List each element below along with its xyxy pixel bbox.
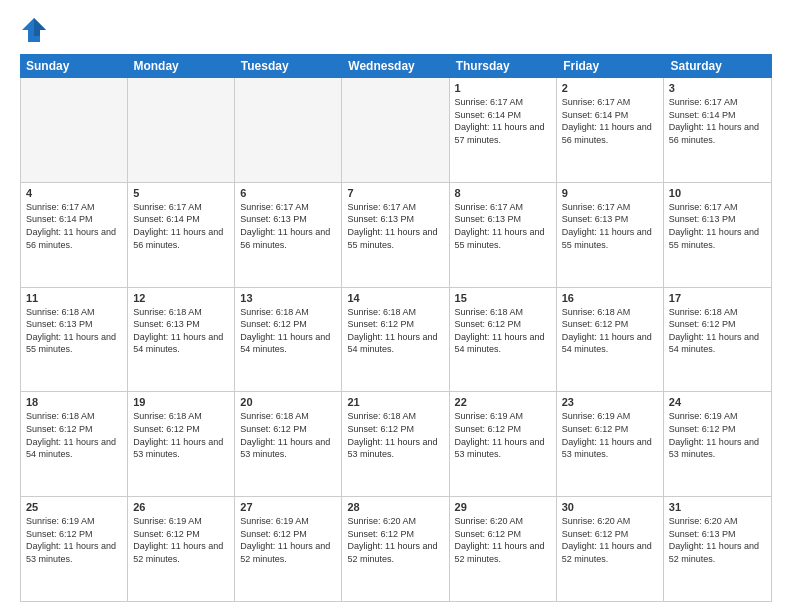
- cell-text: Daylight: 11 hours and 52 minutes.: [347, 540, 443, 565]
- cell-text: Sunrise: 6:17 AM: [347, 201, 443, 214]
- cell-text: Sunset: 6:13 PM: [347, 213, 443, 226]
- cell-text: Daylight: 11 hours and 57 minutes.: [455, 121, 551, 146]
- calendar-cell: 17Sunrise: 6:18 AMSunset: 6:12 PMDayligh…: [664, 288, 771, 392]
- cell-text: Sunset: 6:13 PM: [669, 528, 766, 541]
- calendar-cell: 13Sunrise: 6:18 AMSunset: 6:12 PMDayligh…: [235, 288, 342, 392]
- calendar-cell: 7Sunrise: 6:17 AMSunset: 6:13 PMDaylight…: [342, 183, 449, 287]
- calendar-row: 11Sunrise: 6:18 AMSunset: 6:13 PMDayligh…: [21, 288, 771, 393]
- day-number: 26: [133, 501, 229, 513]
- calendar-cell: 2Sunrise: 6:17 AMSunset: 6:14 PMDaylight…: [557, 78, 664, 182]
- day-number: 3: [669, 82, 766, 94]
- cell-text: Sunset: 6:12 PM: [455, 318, 551, 331]
- cell-text: Sunrise: 6:18 AM: [240, 306, 336, 319]
- cell-text: Sunrise: 6:18 AM: [562, 306, 658, 319]
- cell-text: Sunset: 6:14 PM: [26, 213, 122, 226]
- cell-text: Sunset: 6:13 PM: [133, 318, 229, 331]
- day-number: 21: [347, 396, 443, 408]
- cell-text: Daylight: 11 hours and 53 minutes.: [347, 436, 443, 461]
- cell-text: Sunrise: 6:20 AM: [562, 515, 658, 528]
- cell-text: Sunrise: 6:17 AM: [562, 201, 658, 214]
- day-number: 31: [669, 501, 766, 513]
- cell-text: Sunset: 6:14 PM: [669, 109, 766, 122]
- cell-text: Daylight: 11 hours and 53 minutes.: [26, 540, 122, 565]
- cell-text: Sunrise: 6:18 AM: [347, 410, 443, 423]
- calendar-cell: 19Sunrise: 6:18 AMSunset: 6:12 PMDayligh…: [128, 392, 235, 496]
- cell-text: Daylight: 11 hours and 56 minutes.: [240, 226, 336, 251]
- cell-text: Sunset: 6:12 PM: [240, 423, 336, 436]
- cell-text: Sunset: 6:12 PM: [133, 528, 229, 541]
- cell-text: Sunrise: 6:19 AM: [133, 515, 229, 528]
- cell-text: Sunrise: 6:18 AM: [455, 306, 551, 319]
- calendar-cell: 18Sunrise: 6:18 AMSunset: 6:12 PMDayligh…: [21, 392, 128, 496]
- cell-text: Sunrise: 6:19 AM: [240, 515, 336, 528]
- cell-text: Daylight: 11 hours and 52 minutes.: [133, 540, 229, 565]
- cell-text: Daylight: 11 hours and 53 minutes.: [455, 436, 551, 461]
- svg-marker-1: [34, 18, 46, 36]
- calendar: SundayMondayTuesdayWednesdayThursdayFrid…: [20, 54, 772, 602]
- calendar-cell: 27Sunrise: 6:19 AMSunset: 6:12 PMDayligh…: [235, 497, 342, 601]
- calendar-cell: 21Sunrise: 6:18 AMSunset: 6:12 PMDayligh…: [342, 392, 449, 496]
- day-number: 15: [455, 292, 551, 304]
- cell-text: Sunset: 6:12 PM: [669, 318, 766, 331]
- cell-text: Sunset: 6:13 PM: [240, 213, 336, 226]
- cell-text: Sunrise: 6:18 AM: [26, 410, 122, 423]
- cell-text: Sunrise: 6:18 AM: [133, 306, 229, 319]
- cell-text: Daylight: 11 hours and 53 minutes.: [562, 436, 658, 461]
- day-number: 30: [562, 501, 658, 513]
- cell-text: Sunrise: 6:18 AM: [133, 410, 229, 423]
- cell-text: Daylight: 11 hours and 53 minutes.: [133, 436, 229, 461]
- cell-text: Daylight: 11 hours and 52 minutes.: [669, 540, 766, 565]
- header-day-sunday: Sunday: [20, 54, 127, 78]
- cell-text: Daylight: 11 hours and 56 minutes.: [562, 121, 658, 146]
- cell-text: Daylight: 11 hours and 54 minutes.: [562, 331, 658, 356]
- day-number: 17: [669, 292, 766, 304]
- calendar-cell: [342, 78, 449, 182]
- calendar-row: 18Sunrise: 6:18 AMSunset: 6:12 PMDayligh…: [21, 392, 771, 497]
- logo: [20, 16, 52, 44]
- calendar-cell: [235, 78, 342, 182]
- cell-text: Daylight: 11 hours and 54 minutes.: [455, 331, 551, 356]
- cell-text: Sunrise: 6:20 AM: [455, 515, 551, 528]
- day-number: 27: [240, 501, 336, 513]
- calendar-row: 4Sunrise: 6:17 AMSunset: 6:14 PMDaylight…: [21, 183, 771, 288]
- cell-text: Sunset: 6:12 PM: [562, 528, 658, 541]
- calendar-cell: [21, 78, 128, 182]
- cell-text: Daylight: 11 hours and 52 minutes.: [562, 540, 658, 565]
- cell-text: Daylight: 11 hours and 55 minutes.: [347, 226, 443, 251]
- day-number: 14: [347, 292, 443, 304]
- cell-text: Daylight: 11 hours and 56 minutes.: [669, 121, 766, 146]
- calendar-cell: [128, 78, 235, 182]
- day-number: 2: [562, 82, 658, 94]
- calendar-cell: 31Sunrise: 6:20 AMSunset: 6:13 PMDayligh…: [664, 497, 771, 601]
- logo-icon: [20, 16, 48, 44]
- calendar-cell: 16Sunrise: 6:18 AMSunset: 6:12 PMDayligh…: [557, 288, 664, 392]
- calendar-cell: 3Sunrise: 6:17 AMSunset: 6:14 PMDaylight…: [664, 78, 771, 182]
- day-number: 5: [133, 187, 229, 199]
- day-number: 11: [26, 292, 122, 304]
- header-day-tuesday: Tuesday: [235, 54, 342, 78]
- calendar-cell: 4Sunrise: 6:17 AMSunset: 6:14 PMDaylight…: [21, 183, 128, 287]
- cell-text: Sunset: 6:12 PM: [455, 528, 551, 541]
- cell-text: Daylight: 11 hours and 54 minutes.: [347, 331, 443, 356]
- cell-text: Sunset: 6:12 PM: [26, 528, 122, 541]
- cell-text: Sunrise: 6:20 AM: [669, 515, 766, 528]
- day-number: 23: [562, 396, 658, 408]
- cell-text: Daylight: 11 hours and 54 minutes.: [133, 331, 229, 356]
- cell-text: Sunrise: 6:17 AM: [562, 96, 658, 109]
- calendar-cell: 25Sunrise: 6:19 AMSunset: 6:12 PMDayligh…: [21, 497, 128, 601]
- cell-text: Daylight: 11 hours and 53 minutes.: [240, 436, 336, 461]
- cell-text: Sunset: 6:12 PM: [26, 423, 122, 436]
- calendar-grid: 1Sunrise: 6:17 AMSunset: 6:14 PMDaylight…: [20, 78, 772, 602]
- cell-text: Sunset: 6:12 PM: [133, 423, 229, 436]
- header-day-saturday: Saturday: [665, 54, 772, 78]
- day-number: 22: [455, 396, 551, 408]
- header: [20, 16, 772, 44]
- day-number: 7: [347, 187, 443, 199]
- calendar-cell: 12Sunrise: 6:18 AMSunset: 6:13 PMDayligh…: [128, 288, 235, 392]
- cell-text: Daylight: 11 hours and 54 minutes.: [26, 436, 122, 461]
- cell-text: Sunset: 6:12 PM: [347, 318, 443, 331]
- cell-text: Sunrise: 6:17 AM: [455, 96, 551, 109]
- cell-text: Sunset: 6:12 PM: [240, 318, 336, 331]
- cell-text: Daylight: 11 hours and 55 minutes.: [26, 331, 122, 356]
- cell-text: Sunrise: 6:17 AM: [133, 201, 229, 214]
